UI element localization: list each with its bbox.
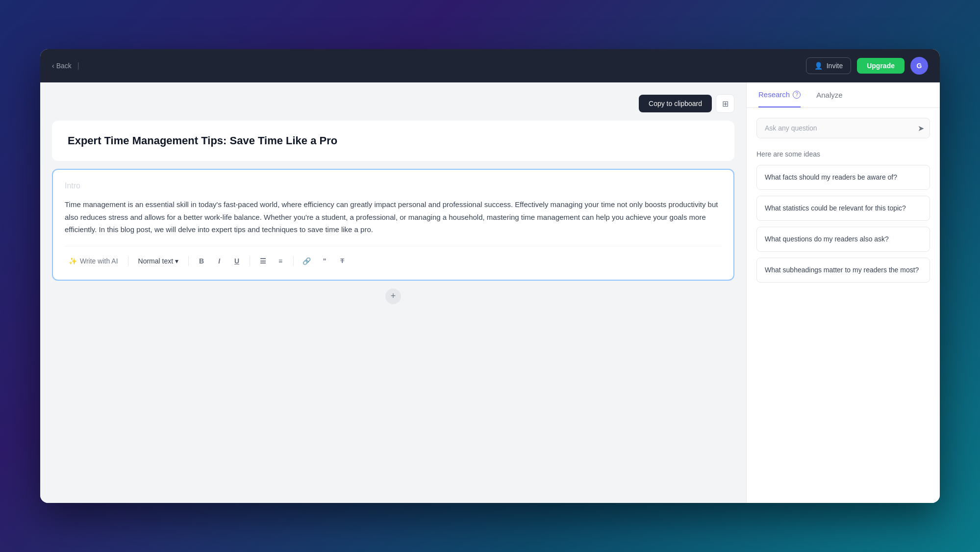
editor-area: Copy to clipboard ⊞ Expert Time Manageme… — [40, 82, 746, 503]
text-style-button[interactable]: Normal text ▾ — [134, 255, 183, 267]
clear-format-icon: T — [340, 257, 344, 264]
copy-to-clipboard-button[interactable]: Copy to clipboard — [639, 95, 712, 112]
bullet-list-button[interactable]: ☰ — [256, 254, 270, 268]
toolbar-divider-4 — [293, 256, 294, 266]
ideas-heading: Here are some ideas — [756, 150, 930, 158]
bullet-list-icon: ☰ — [260, 257, 266, 265]
link-icon: 🔗 — [302, 257, 311, 265]
document-title[interactable]: Expert Time Management Tips: Save Time L… — [68, 134, 719, 147]
bold-button[interactable]: B — [195, 254, 208, 268]
header-right: 👤 Invite Upgrade G — [806, 57, 928, 75]
columns-icon: ⊞ — [722, 99, 729, 108]
ai-pen-icon: ✨ — [69, 257, 77, 265]
main-content: Copy to clipboard ⊞ Expert Time Manageme… — [40, 82, 940, 503]
avatar-letter: G — [917, 62, 922, 70]
intro-block: Intro Time management is an essential sk… — [52, 169, 734, 281]
avatar[interactable]: G — [910, 57, 928, 75]
tab-analyze[interactable]: Analyze — [816, 82, 842, 107]
panel-tabs: Research ? Analyze — [747, 82, 940, 108]
research-tab-label: Research — [758, 90, 790, 99]
underline-icon: U — [234, 257, 239, 265]
numbered-list-icon: ≡ — [278, 257, 282, 265]
back-label: Back — [56, 62, 72, 70]
upgrade-button[interactable]: Upgrade — [857, 58, 905, 74]
idea-card-2[interactable]: What statistics could be relevant for th… — [756, 196, 930, 221]
upgrade-label: Upgrade — [867, 62, 895, 70]
add-block-button[interactable]: + — [385, 289, 401, 304]
quote-button[interactable]: " — [318, 254, 331, 268]
write-with-ai-button[interactable]: ✨ Write with AI — [65, 255, 122, 267]
idea-card-3[interactable]: What questions do my readers also ask? — [756, 227, 930, 252]
toolbar-divider-1 — [128, 256, 128, 266]
send-icon: ➤ — [918, 124, 924, 132]
idea-card-4-text: What subheadings matter to my readers th… — [765, 266, 919, 274]
idea-card-3-text: What questions do my readers also ask? — [765, 235, 889, 243]
numbered-list-button[interactable]: ≡ — [274, 254, 287, 268]
block-label: Intro — [65, 182, 722, 190]
view-toggle-button[interactable]: ⊞ — [716, 94, 734, 113]
tab-research[interactable]: Research ? — [758, 82, 801, 107]
header-left: ‹ Back | — [52, 61, 79, 70]
header: ‹ Back | 👤 Invite Upgrade G — [40, 49, 940, 82]
panel-content: ➤ Here are some ideas What facts should … — [747, 108, 940, 503]
add-block-area: + — [52, 289, 734, 304]
question-input-wrap: ➤ — [756, 118, 930, 138]
back-button[interactable]: ‹ Back — [52, 62, 72, 70]
link-button[interactable]: 🔗 — [300, 254, 314, 268]
app-window: ‹ Back | 👤 Invite Upgrade G Copy to clip… — [40, 49, 940, 503]
toolbar-divider-3 — [250, 256, 250, 266]
block-toolbar: ✨ Write with AI Normal text ▾ B I — [65, 246, 722, 268]
idea-card-2-text: What statistics could be relevant for th… — [765, 204, 906, 212]
top-toolbar: Copy to clipboard ⊞ — [52, 94, 734, 121]
quote-icon: " — [323, 257, 327, 265]
normal-text-label: Normal text — [138, 257, 174, 265]
idea-card-4[interactable]: What subheadings matter to my readers th… — [756, 258, 930, 283]
research-help-icon: ? — [793, 91, 801, 99]
invite-label: Invite — [827, 62, 843, 70]
write-ai-label: Write with AI — [80, 257, 118, 265]
title-block: Expert Time Management Tips: Save Time L… — [52, 121, 734, 161]
idea-card-1-text: What facts should my readers be aware of… — [765, 173, 897, 181]
block-text[interactable]: Time management is an essential skill in… — [65, 198, 722, 236]
chevron-down-icon: ▾ — [175, 257, 178, 265]
toolbar-divider-2 — [188, 256, 189, 266]
copy-clipboard-label: Copy to clipboard — [649, 100, 702, 107]
back-chevron-icon: ‹ — [52, 62, 54, 70]
header-separator: | — [77, 61, 79, 70]
send-question-button[interactable]: ➤ — [918, 124, 924, 133]
plus-icon: + — [391, 291, 396, 301]
italic-button[interactable]: I — [212, 254, 226, 268]
analyze-tab-label: Analyze — [816, 91, 842, 99]
person-icon: 👤 — [814, 62, 823, 70]
question-input[interactable] — [756, 118, 930, 138]
bold-icon: B — [199, 257, 204, 265]
idea-card-1[interactable]: What facts should my readers be aware of… — [756, 165, 930, 190]
italic-icon: I — [218, 257, 220, 265]
underline-button[interactable]: U — [230, 254, 244, 268]
invite-button[interactable]: 👤 Invite — [806, 57, 851, 74]
clear-format-button[interactable]: T — [335, 254, 349, 268]
right-panel: Research ? Analyze ➤ Here are some ideas… — [746, 82, 940, 503]
